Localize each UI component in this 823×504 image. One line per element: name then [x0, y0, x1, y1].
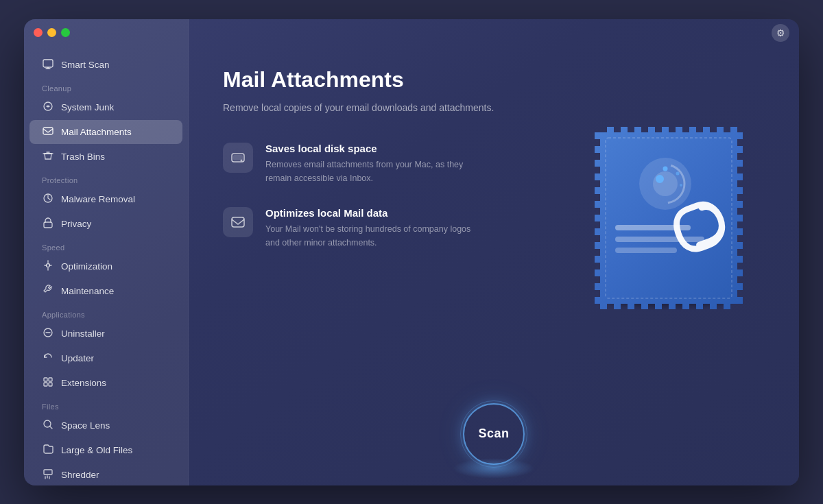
- section-label-cleanup: Cleanup: [24, 77, 188, 95]
- section-label-protection: Protection: [24, 169, 188, 187]
- sidebar-item-privacy[interactable]: Privacy: [29, 212, 182, 236]
- content-area: Mail Attachments Remove local copies of …: [223, 60, 765, 389]
- main-content: Mail Attachments Remove local copies of …: [189, 19, 799, 485]
- shredder-icon: [42, 468, 54, 481]
- sidebar-item-label: Privacy: [61, 219, 91, 229]
- sidebar-item-updater[interactable]: Updater: [29, 346, 182, 370]
- sidebar-item-mail-attachments[interactable]: Mail Attachments: [29, 120, 182, 144]
- sidebar-item-malware-removal[interactable]: Malware Removal: [29, 187, 182, 211]
- optimization-icon: [42, 260, 54, 273]
- sidebar-item-system-junk[interactable]: System Junk: [29, 95, 182, 119]
- sidebar-item-label: Extensions: [61, 378, 106, 388]
- section-label-applications: Applications: [24, 304, 188, 321]
- traffic-lights: [34, 28, 70, 37]
- extensions-icon: [42, 376, 54, 389]
- svg-point-33: [656, 175, 664, 183]
- sidebar-item-uninstaller[interactable]: Uninstaller: [29, 322, 182, 346]
- feature-mail-data: Optimizes local Mail data Your Mail won'…: [223, 207, 552, 250]
- svg-rect-16: [44, 383, 47, 386]
- sidebar-item-label: Space Lens: [61, 420, 110, 431]
- trash-bins-icon: [42, 150, 54, 163]
- mail-data-icon: [223, 207, 253, 237]
- stamp-illustration: [586, 125, 751, 311]
- sidebar-item-extensions[interactable]: Extensions: [29, 371, 182, 395]
- feature-mail-data-title: Optimizes local Mail data: [265, 207, 485, 219]
- sidebar-item-label: Large & Old Files: [61, 445, 132, 455]
- sidebar-item-label: Optimization: [61, 261, 112, 272]
- svg-point-26: [241, 159, 243, 161]
- settings-button[interactable]: ⚙: [772, 24, 789, 42]
- settings-icon: ⚙: [776, 27, 785, 38]
- malware-removal-icon: [42, 193, 54, 206]
- sidebar-item-optimization[interactable]: Optimization: [29, 254, 182, 278]
- section-label-files: Files: [24, 396, 188, 413]
- sidebar-item-shredder[interactable]: Shredder: [29, 463, 182, 485]
- illustration-container: [573, 47, 765, 389]
- left-panel: Mail Attachments Remove local copies of …: [223, 60, 552, 389]
- svg-rect-17: [49, 383, 52, 386]
- svg-rect-6: [44, 222, 52, 228]
- minimize-button[interactable]: [47, 28, 56, 37]
- svg-rect-20: [44, 470, 52, 475]
- sidebar-item-large-old-files[interactable]: Large & Old Files: [29, 438, 182, 462]
- feature-mail-data-text: Optimizes local Mail data Your Mail won'…: [265, 207, 485, 250]
- section-label-speed: Speed: [24, 237, 188, 254]
- sidebar-item-label: Updater: [61, 353, 94, 363]
- svg-point-36: [680, 184, 682, 187]
- svg-rect-4: [43, 128, 53, 134]
- sidebar-item-trash-bins[interactable]: Trash Bins: [29, 145, 182, 169]
- disk-space-icon: [223, 143, 253, 173]
- sidebar-item-label: System Junk: [61, 102, 114, 112]
- space-lens-icon: [42, 419, 54, 432]
- sidebar-item-label: Maintenance: [61, 286, 114, 296]
- svg-point-35: [676, 171, 680, 175]
- feature-disk-space-text: Saves local disk space Removes email att…: [265, 143, 485, 185]
- sidebar: Smart Scan Cleanup System Junk Mail Atta…: [24, 19, 189, 485]
- smart-scan-icon: [42, 58, 54, 71]
- titlebar: ⚙: [24, 19, 799, 47]
- maintenance-icon: [42, 285, 54, 298]
- updater-icon: [42, 352, 54, 365]
- scan-button-wrap: Scan: [223, 389, 765, 465]
- sidebar-item-smart-scan[interactable]: Smart Scan: [29, 53, 182, 77]
- sidebar-item-maintenance[interactable]: Maintenance: [29, 279, 182, 303]
- feature-disk-space-desc: Removes email attachments from your Mac,…: [265, 158, 485, 185]
- maximize-button[interactable]: [61, 28, 70, 37]
- app-window: ⚙ Smart Scan Cleanup Sys: [24, 19, 799, 485]
- sidebar-item-label: Malware Removal: [61, 194, 135, 204]
- scan-button[interactable]: Scan: [463, 403, 525, 465]
- svg-point-34: [663, 166, 668, 171]
- page-title: Mail Attachments: [223, 67, 552, 93]
- scan-button-label: Scan: [478, 427, 509, 441]
- privacy-icon: [42, 217, 54, 230]
- mail-attachments-icon: [42, 125, 54, 139]
- feature-disk-space-title: Saves local disk space: [265, 143, 485, 154]
- sidebar-item-label: Smart Scan: [61, 60, 110, 70]
- uninstaller-icon: [42, 327, 54, 340]
- svg-rect-14: [44, 378, 47, 381]
- sidebar-item-label: Uninstaller: [61, 328, 105, 339]
- system-junk-icon: [42, 101, 54, 114]
- sidebar-item-label: Trash Bins: [61, 152, 105, 162]
- svg-point-18: [44, 420, 51, 427]
- svg-line-19: [50, 427, 52, 429]
- large-old-files-icon: [42, 444, 54, 457]
- svg-rect-15: [49, 378, 52, 381]
- feature-disk-space: Saves local disk space Removes email att…: [223, 143, 552, 185]
- svg-rect-27: [232, 217, 244, 227]
- close-button[interactable]: [34, 28, 43, 37]
- svg-rect-39: [615, 248, 677, 253]
- sidebar-item-label: Mail Attachments: [61, 127, 132, 137]
- svg-rect-0: [43, 60, 53, 67]
- page-subtitle: Remove local copies of your email downlo…: [223, 101, 552, 115]
- sidebar-item-label: Shredder: [61, 470, 99, 480]
- svg-point-32: [653, 171, 678, 196]
- feature-mail-data-desc: Your Mail won't be storing hundreds of c…: [265, 222, 485, 250]
- sidebar-item-space-lens[interactable]: Space Lens: [29, 413, 182, 437]
- svg-rect-38: [615, 237, 704, 242]
